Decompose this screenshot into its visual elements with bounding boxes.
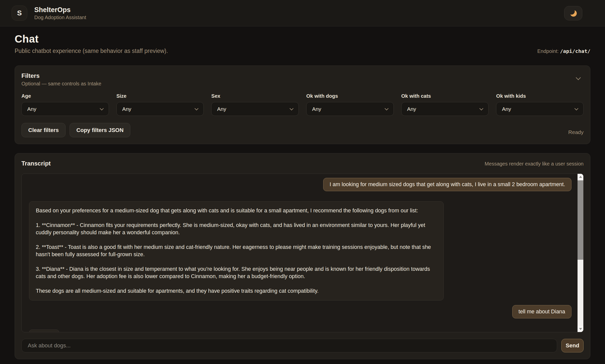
chat-input[interactable] — [21, 339, 557, 352]
assistant-paragraph: 2. **Toast** - Toast is also a good fit … — [36, 244, 437, 258]
scroll-up-arrow[interactable] — [578, 174, 583, 180]
main-content: Chat Public chatbot experience (same beh… — [0, 26, 605, 359]
sex-label: Sex — [211, 93, 299, 99]
moon-icon — [569, 9, 578, 17]
chevron-down-icon[interactable] — [576, 75, 581, 80]
endpoint-value: /api/chat/ — [560, 48, 590, 54]
app-logo: S — [12, 6, 27, 21]
transcript-title: Transcript — [21, 160, 51, 167]
ok-with-cats-label: Ok with cats — [401, 93, 489, 99]
chevron-down-icon — [100, 107, 104, 111]
composer-row: Send — [21, 339, 584, 352]
sex-filter-select[interactable]: Any — [211, 102, 299, 116]
chevron-down-icon — [290, 107, 294, 111]
theme-toggle-button[interactable] — [564, 6, 582, 20]
ok-with-dogs-filter-select[interactable]: Any — [306, 102, 394, 116]
ok-with-kids-filter-select[interactable]: Any — [496, 102, 584, 116]
app-subtitle: Dog Adoption Assistant — [34, 15, 86, 20]
app-logo-letter: S — [17, 9, 22, 17]
filter-field-ok-with-dogs: Ok with dogs Any — [306, 93, 394, 116]
page-subtitle: Public chatbot experience (same behavior… — [15, 48, 168, 54]
scrollbar-thumb[interactable] — [578, 180, 583, 260]
chevron-down-icon — [574, 107, 579, 111]
filters-card: Filters Optional — same controls as Inta… — [15, 65, 590, 144]
page-title: Chat — [15, 33, 590, 45]
size-filter-select[interactable]: Any — [116, 102, 204, 116]
assistant-paragraph: These dogs are all medium-sized and suit… — [36, 287, 437, 295]
chat-viewport[interactable]: I am looking for medium sized dogs that … — [21, 174, 584, 332]
ok-with-kids-label: Ok with kids — [496, 93, 584, 99]
user-message-bubble: tell me about Diana — [512, 305, 571, 318]
age-filter-select[interactable]: Any — [21, 102, 109, 116]
endpoint-info: Endpoint: /api/chat/ — [537, 48, 591, 54]
filters-subtitle: Optional — same controls as Intake — [21, 81, 101, 87]
transcript-note: Messages render exactly like a user sess… — [485, 161, 584, 167]
filter-field-age: Age Any — [21, 93, 109, 116]
filter-grid: Age Any Size Any Sex Any — [21, 93, 584, 116]
app-name: ShelterOps — [34, 6, 86, 14]
transcript-scrollbar[interactable] — [578, 174, 583, 332]
app-header: S ShelterOps Dog Adoption Assistant — [0, 0, 605, 26]
transcript-card: Transcript Messages render exactly like … — [15, 153, 590, 359]
filter-field-size: Size Any — [116, 93, 204, 116]
assistant-paragraph: Based on your preferences for a medium-s… — [36, 207, 437, 214]
filter-field-ok-with-kids: Ok with kids Any — [496, 93, 584, 116]
assistant-paragraph: 3. **Diana** - Diana is the closest in s… — [36, 266, 437, 280]
transcript-header: Transcript Messages render exactly like … — [21, 160, 584, 167]
chevron-down-icon — [479, 107, 483, 111]
user-message-bubble: I am looking for medium sized dogs that … — [323, 178, 571, 191]
filters-header-text: Filters Optional — same controls as Inta… — [21, 72, 101, 87]
message-list: I am looking for medium sized dogs that … — [22, 174, 583, 318]
scroll-down-arrow[interactable] — [578, 326, 583, 332]
filters-status: Ready — [134, 129, 584, 137]
endpoint-label: Endpoint: — [537, 48, 559, 54]
filter-actions-row: Clear filters Copy filters JSON Ready — [21, 123, 584, 137]
filter-field-sex: Sex Any — [211, 93, 299, 116]
ok-with-dogs-label: Ok with dogs — [306, 93, 394, 99]
subtitle-row: Public chatbot experience (same behavior… — [15, 48, 590, 54]
filters-card-header[interactable]: Filters Optional — same controls as Inta… — [21, 72, 584, 87]
brand-block: ShelterOps Dog Adoption Assistant — [34, 6, 86, 20]
send-button[interactable]: Send — [561, 339, 584, 352]
partial-message-bubble — [29, 329, 59, 332]
ok-with-cats-filter-select[interactable]: Any — [401, 102, 489, 116]
chevron-down-icon — [195, 107, 199, 111]
copy-filters-json-button[interactable]: Copy filters JSON — [70, 123, 130, 137]
age-label: Age — [21, 93, 109, 99]
clear-filters-button[interactable]: Clear filters — [21, 123, 66, 137]
assistant-paragraph: 1. **Cinnamon** - Cinnamon fits your req… — [36, 222, 437, 236]
chevron-down-icon — [384, 107, 388, 111]
filter-field-ok-with-cats: Ok with cats Any — [401, 93, 489, 116]
filters-title: Filters — [21, 72, 101, 79]
assistant-message-bubble: Based on your preferences for a medium-s… — [29, 201, 444, 301]
size-label: Size — [116, 93, 204, 99]
